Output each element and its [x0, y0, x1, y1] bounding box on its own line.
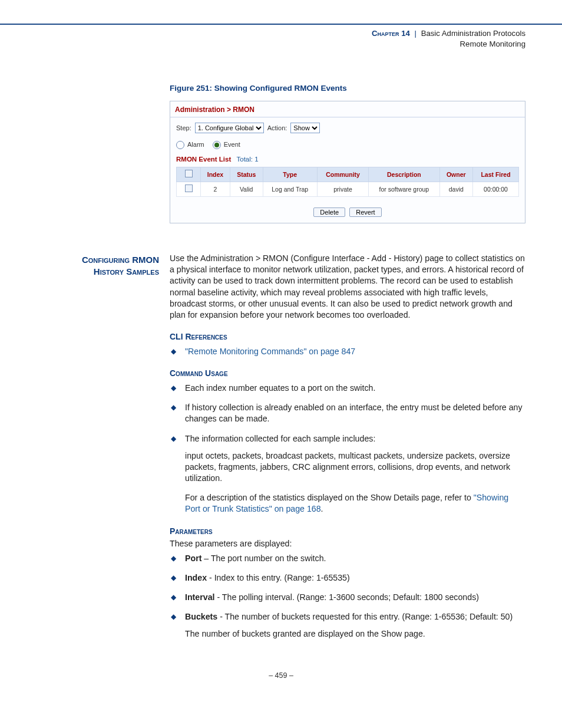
main-column: Use the Administration > RMON (Configure… — [170, 253, 525, 648]
ref-lead: For a description of the statistics disp… — [185, 493, 474, 502]
action-select[interactable]: Show — [290, 123, 320, 133]
step-select[interactable]: 1. Configure Global — [195, 123, 264, 133]
col-description: Description — [369, 167, 439, 182]
divider — [170, 117, 525, 118]
intro-paragraph: Use the Administration > RMON (Configure… — [170, 253, 525, 321]
ref-tail: . — [321, 504, 323, 513]
col-index: Index — [201, 167, 230, 182]
cell-index: 2 — [201, 182, 230, 196]
running-head: Chapter 14 | Basic Administration Protoc… — [0, 25, 562, 61]
param-buckets-desc: - The number of buckets requested for th… — [217, 612, 513, 621]
figure-caption: Figure 251: Showing Configured RMON Even… — [170, 83, 525, 94]
list-title-text: RMON Event List — [176, 156, 231, 163]
cli-heading: CLI References — [170, 331, 525, 342]
usage-item3-body: input octets, packets, broadcast packets… — [185, 450, 525, 485]
side-heading-line2: History Samples — [94, 266, 159, 276]
event-label: Event — [224, 140, 240, 149]
param-interval-name: Interval — [185, 592, 214, 602]
rmon-events-panel: Administration > RMON Step: 1. Configure… — [170, 101, 525, 223]
param-buckets-note: The number of buckets granted are displa… — [185, 628, 525, 640]
param-index-name: Index — [185, 573, 207, 582]
row-checkbox[interactable] — [185, 185, 193, 192]
event-list-title: RMON Event List Total: 1 — [170, 151, 525, 167]
cell-community: private — [317, 182, 368, 196]
list-item: Port – The port number on the switch. — [170, 553, 525, 564]
param-index-desc: - Index to this entry. (Range: 1-65535) — [207, 573, 350, 582]
cell-last-fired: 00:00:00 — [472, 182, 518, 196]
cell-owner: david — [439, 182, 472, 196]
list-item: Index - Index to this entry. (Range: 1-6… — [170, 572, 525, 584]
cell-description: for software group — [369, 182, 439, 196]
usage-item3-lead: The information collected for each sampl… — [185, 434, 375, 443]
cell-type: Log and Trap — [263, 182, 317, 196]
cell-status: Valid — [230, 182, 263, 196]
list-item: If history collection is already enabled… — [170, 402, 525, 424]
total-label: Total: — [237, 156, 253, 163]
cli-link[interactable]: "Remote Monitoring Commands" on page 847 — [185, 347, 355, 356]
usage-item3-ref: For a description of the statistics disp… — [185, 492, 525, 515]
step-label: Step: — [176, 124, 191, 133]
list-item: "Remote Monitoring Commands" on page 847 — [170, 346, 525, 357]
chapter-label: Chapter 14 — [372, 29, 410, 38]
button-bar: Delete Revert — [170, 203, 525, 223]
col-status: Status — [230, 167, 263, 182]
event-table: Index Status Type Community Description … — [176, 167, 519, 197]
alarm-radio[interactable] — [176, 141, 184, 149]
chapter-title: Basic Administration Protocols — [421, 29, 525, 38]
usage-heading: Command Usage — [170, 368, 525, 379]
side-heading: Configuring RMON History Samples — [37, 253, 159, 648]
param-interval-desc: - The polling interval. (Range: 1-3600 s… — [214, 592, 479, 602]
radio-row: Alarm Event — [170, 136, 525, 151]
param-port-name: Port — [185, 554, 201, 563]
revert-button[interactable]: Revert — [349, 207, 381, 217]
list-item: Interval - The polling interval. (Range:… — [170, 592, 525, 603]
table-row: 2 Valid Log and Trap private for softwar… — [177, 182, 519, 196]
list-item: The information collected for each sampl… — [170, 433, 525, 515]
params-heading: Parameters — [170, 526, 525, 537]
col-owner: Owner — [439, 167, 472, 182]
alarm-label: Alarm — [187, 140, 204, 149]
list-item: Buckets - The number of buckets requeste… — [170, 611, 525, 640]
event-radio[interactable] — [213, 141, 221, 149]
chapter-subtitle: Remote Monitoring — [460, 39, 525, 48]
page-footer: – 459 – — [37, 671, 525, 681]
select-all-checkbox[interactable] — [185, 170, 193, 177]
param-port-desc: – The port number on the switch. — [201, 554, 326, 563]
side-heading-line1: Configuring RMON — [82, 255, 159, 265]
params-intro: These parameters are displayed: — [170, 538, 525, 549]
total-value: 1 — [254, 156, 258, 163]
delete-button[interactable]: Delete — [313, 207, 345, 217]
list-item: Each index number equates to a port on t… — [170, 383, 525, 394]
col-type: Type — [263, 167, 317, 182]
separator: | — [412, 29, 419, 38]
action-label: Action: — [267, 124, 287, 133]
col-last-fired: Last Fired — [472, 167, 518, 182]
panel-breadcrumb: Administration > RMON — [170, 101, 525, 117]
col-community: Community — [317, 167, 368, 182]
step-action-row: Step: 1. Configure Global Action: Show — [170, 120, 525, 136]
param-buckets-name: Buckets — [185, 612, 217, 621]
table-header-row: Index Status Type Community Description … — [177, 167, 519, 182]
